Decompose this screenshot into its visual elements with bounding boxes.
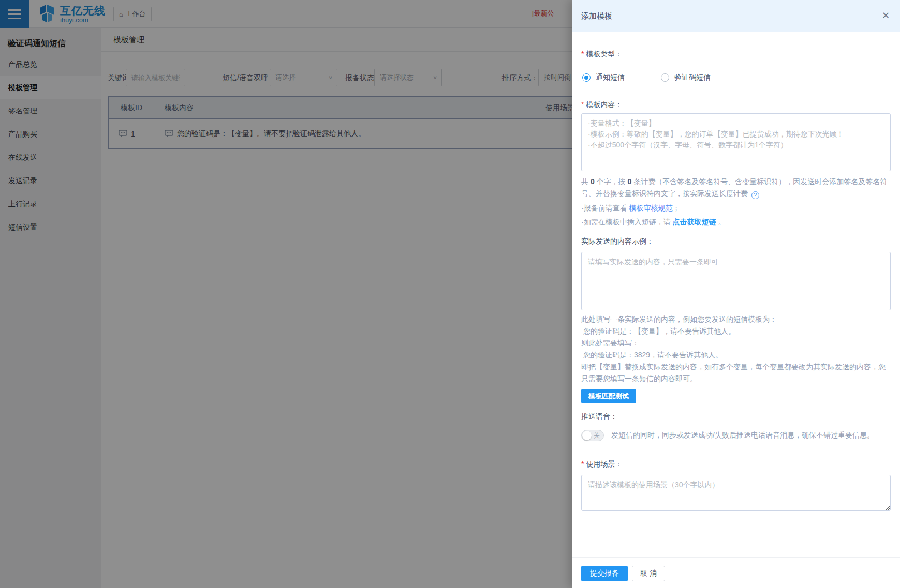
radio-verification-sms[interactable] (661, 73, 669, 82)
required-mark: * (581, 100, 584, 109)
get-shortlink-link[interactable]: 点击获取短链 (673, 218, 716, 226)
add-template-drawer: 添加模板 ✕ *模板类型： 通知短信 验证码短信 *模板内容： 共 0 个字，按… (572, 0, 900, 588)
voice-push-row: 关 发短信的同时，同步或发送成功/失败后推送电话语音消息，确保不错过重要信息。 (581, 430, 874, 441)
radio-notification-sms-label[interactable]: 通知短信 (596, 73, 625, 82)
submit-report-button[interactable]: 提交报备 (581, 566, 628, 581)
drawer-title: 添加模板 (581, 11, 612, 20)
actual-example-textarea[interactable] (581, 252, 891, 310)
template-type-options: 通知短信 验证码短信 (582, 73, 711, 82)
radio-notification-sms[interactable] (582, 73, 591, 82)
voice-push-description: 发短信的同时，同步或发送成功/失败后推送电话语音消息，确保不错过重要信息。 (611, 431, 874, 440)
toggle-knob (582, 431, 592, 440)
review-note: ·报备前请查看 模板审核规范； (581, 202, 890, 214)
close-icon[interactable]: ✕ (880, 0, 892, 32)
voice-push-label: 推送语音： (581, 412, 617, 421)
usage-scene-textarea[interactable] (581, 475, 891, 511)
fee-note: 共 0 个字，按 0 条计费（不含签名及签名符号、含变量标识符），因发送时会添加… (581, 176, 890, 228)
template-match-test-button[interactable]: 模板匹配测试 (581, 389, 636, 403)
template-type-label: *模板类型： (581, 50, 622, 59)
usage-scene-label: *使用场景： (581, 460, 622, 469)
review-rules-link[interactable]: 模板审核规范 (629, 204, 673, 212)
cancel-button[interactable]: 取 消 (632, 566, 665, 581)
shortlink-note: ·如需在模板中插入短链，请 点击获取短链 。 (581, 216, 890, 228)
template-content-label: *模板内容： (581, 100, 622, 110)
voice-push-toggle[interactable]: 关 (581, 430, 604, 441)
toggle-state-label: 关 (594, 430, 600, 441)
drawer-header: 添加模板 ✕ (572, 0, 900, 32)
required-mark: * (581, 460, 584, 468)
actual-example-note: 此处填写一条实际发送的内容，例如您要发送的短信模板为： 您的验证码是：【变量】，… (581, 313, 891, 385)
help-icon[interactable]: ? (751, 191, 759, 199)
actual-example-label: 实际发送的内容示例： (581, 237, 654, 246)
radio-verification-sms-label[interactable]: 验证码短信 (674, 73, 711, 82)
drawer-footer: 提交报备 取 消 (572, 557, 900, 588)
required-mark: * (581, 50, 584, 58)
char-count: 0 (591, 177, 595, 186)
template-content-textarea[interactable] (581, 113, 891, 171)
